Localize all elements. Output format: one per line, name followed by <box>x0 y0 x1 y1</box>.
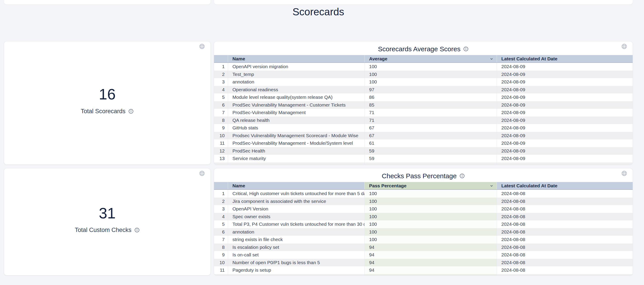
cell-index: 8 <box>214 244 228 251</box>
cell-index: 10 <box>214 259 228 267</box>
table-row[interactable]: 1Critical, High customer vuln tickets un… <box>214 190 633 198</box>
table-header-row: Name Average Latest Calculated At Date <box>214 55 633 63</box>
table-row[interactable]: 3annotation1002024-08-09 <box>214 78 633 86</box>
table-row[interactable]: 6ProdSec Vulnerability Management - Cust… <box>214 101 633 109</box>
total-custom-checks-label: Total Custom Checks <box>75 227 131 234</box>
table-row[interactable]: 10Prodsec Vulnerability Management Score… <box>214 132 633 140</box>
cell-name: Pagerduty is setup <box>228 266 364 274</box>
chevron-down-icon[interactable] <box>490 184 494 188</box>
cell-index: 2 <box>214 71 228 78</box>
total-custom-checks-value: 31 <box>99 205 116 222</box>
cell-date: 2024-08-09 <box>497 124 633 132</box>
table-row[interactable]: 8QA release health712024-08-09 <box>214 117 633 124</box>
table-row[interactable]: 1OpenAPI version migration1002024-08-09 <box>214 63 633 71</box>
cell-name: Critical, High customer vuln tickets unt… <box>228 190 364 198</box>
cell-index: 3 <box>214 78 228 86</box>
cell-name: Jira stats <box>228 162 364 165</box>
table-row[interactable]: 2Jira component is associated with the s… <box>214 198 633 205</box>
globe-icon[interactable] <box>621 170 627 176</box>
table-row[interactable]: 3OpenAPI Version1002024-08-08 <box>214 205 633 213</box>
cell-value: 97 <box>364 86 497 94</box>
cell-name: Spec owner exists <box>228 213 364 221</box>
info-icon[interactable] <box>134 227 140 233</box>
column-header-index <box>214 55 228 62</box>
cell-value: 100 <box>364 78 497 86</box>
column-header-name[interactable]: Name <box>228 182 364 189</box>
cell-index: 4 <box>214 86 228 94</box>
cell-value: 100 <box>364 236 497 244</box>
table-row[interactable]: 2Test_temp1002024-08-09 <box>214 71 633 78</box>
cell-name: annotation <box>228 78 364 86</box>
cell-date: 2024-08-08 <box>497 205 633 213</box>
cell-index: 1 <box>214 63 228 71</box>
cell-date: 2024-08-09 <box>497 78 633 86</box>
table-row[interactable]: 14Jira stats582024-08-09 <box>214 162 633 165</box>
cell-name: Total P3, P4 Customer vuln tickets untou… <box>228 220 364 228</box>
cell-index: 11 <box>214 139 228 147</box>
table-row[interactable]: 11Pagerduty is setup942024-08-08 <box>214 266 633 274</box>
table-row[interactable]: 13Service maturity592024-08-09 <box>214 155 633 162</box>
table-row[interactable]: 9Is on-call set942024-08-08 <box>214 251 633 259</box>
info-icon[interactable] <box>459 173 465 179</box>
cell-value: 71 <box>364 109 497 117</box>
cell-value: 100 <box>364 190 497 198</box>
cell-date: 2024-08-08 <box>497 220 633 228</box>
cell-value: 100 <box>364 198 497 205</box>
table-body: 1Critical, High customer vuln tickets un… <box>214 190 633 275</box>
info-icon[interactable] <box>128 109 134 114</box>
info-icon[interactable] <box>463 46 469 52</box>
cell-date: 2024-08-08 <box>497 259 633 267</box>
table-row[interactable]: 4Spec owner exists1002024-08-08 <box>214 213 633 221</box>
cell-name: Test_temp <box>228 71 364 78</box>
cell-index: 6 <box>214 228 228 236</box>
cell-name: string exists in file check <box>228 236 364 244</box>
globe-icon[interactable] <box>199 170 205 176</box>
column-header-index <box>214 182 228 189</box>
cell-date: 2024-08-08 <box>497 213 633 221</box>
cell-name: QA release health <box>228 117 364 124</box>
cell-value: 61 <box>364 139 497 147</box>
table-row[interactable]: 12ProdSec Health592024-08-09 <box>214 147 633 155</box>
column-header-average[interactable]: Average <box>364 55 497 62</box>
chevron-down-icon[interactable] <box>490 57 494 61</box>
table-body: 1OpenAPI version migration1002024-08-092… <box>214 63 633 164</box>
cell-date <box>497 274 633 276</box>
table-row[interactable]: 7ProdSec-Vulnerability Management712024-… <box>214 109 633 117</box>
cell-date: 2024-08-09 <box>497 101 633 109</box>
column-header-name[interactable]: Name <box>228 55 364 62</box>
cell-date: 2024-08-08 <box>497 198 633 205</box>
table-row[interactable]: 5Total P3, P4 Customer vuln tickets unto… <box>214 220 633 228</box>
cell-name: OpenAPI Version <box>228 205 364 213</box>
cell-date: 2024-08-08 <box>497 251 633 259</box>
table-row[interactable]: 10Number of open P0/P1 bugs is less than… <box>214 259 633 267</box>
cell-value: 94 <box>364 266 497 274</box>
globe-icon[interactable] <box>621 43 627 49</box>
cell-name: Service maturity <box>228 155 364 162</box>
cell-index: 7 <box>214 236 228 244</box>
cell-index <box>214 274 228 276</box>
cell-index: 5 <box>214 93 228 101</box>
cell-index: 4 <box>214 213 228 221</box>
table-row[interactable]: 6annotation1002024-08-08 <box>214 228 633 236</box>
total-scorecards-label: Total Scorecards <box>81 108 125 115</box>
cropped-card-top-right <box>214 0 633 4</box>
cell-index: 9 <box>214 124 228 132</box>
cell-value: 100 <box>364 63 497 71</box>
table-row[interactable] <box>214 274 633 276</box>
table-title: Scorecards Average Scores <box>378 45 460 53</box>
cell-value: 94 <box>364 251 497 259</box>
cell-name: Prodsec Vulnerability Management Scoreca… <box>228 132 364 140</box>
globe-icon[interactable] <box>199 43 205 49</box>
table-row[interactable]: 8Is escalation policy set942024-08-08 <box>214 244 633 251</box>
column-header-latest-calculated[interactable]: Latest Calculated At Date <box>497 55 633 62</box>
table-row[interactable]: 4Operational readiness972024-08-09 <box>214 86 633 94</box>
table-row[interactable]: 9GitHub stats672024-08-09 <box>214 124 633 132</box>
cell-name: Module level release quality(system rele… <box>228 93 364 101</box>
table-row[interactable]: 11ProdSec-Vulnerability Management - Mod… <box>214 139 633 147</box>
cell-index: 14 <box>214 162 228 165</box>
table-row[interactable]: 7string exists in file check1002024-08-0… <box>214 236 633 244</box>
column-header-latest-calculated[interactable]: Latest Calculated At Date <box>497 182 633 189</box>
cell-name: GitHub stats <box>228 124 364 132</box>
column-header-pass-percentage[interactable]: Pass Percentage <box>364 182 497 189</box>
table-row[interactable]: 5Module level release quality(system rel… <box>214 93 633 101</box>
